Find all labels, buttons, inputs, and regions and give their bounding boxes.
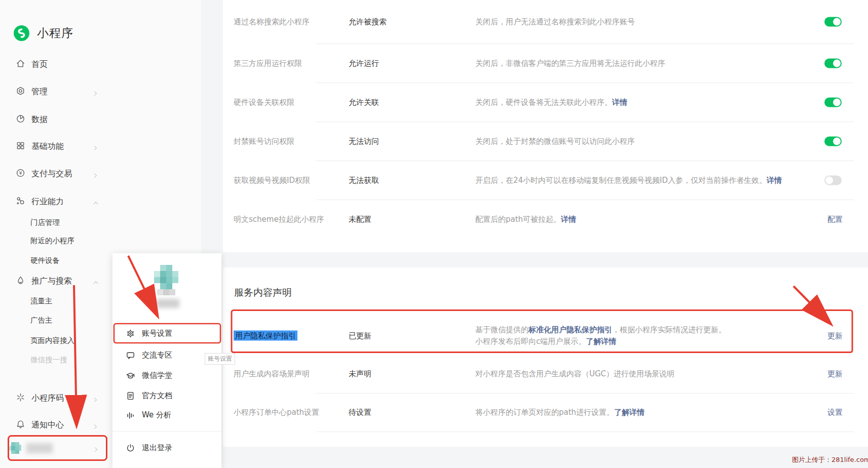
sidebar-subitem-page-content-access[interactable]: 页面内容接入 — [30, 335, 74, 346]
permissions-settings-card: 通过名称搜索此小程序 允许被搜索 关闭后，用户无法通过名称搜索到此小程序账号 第… — [223, 0, 868, 252]
service-declaration-card: 服务内容声明 用户隐私保护指引 已更新 基于微信提供的标准化用户隐私保护指引，根… — [223, 267, 868, 447]
sidebar-item-label: 管理 — [31, 87, 48, 97]
sidebar-item-promotion-search[interactable]: 推广与搜索 — [16, 275, 72, 288]
row-value: 无法获取 — [349, 175, 379, 185]
table-row: 硬件设备关联权限 允许关联 关闭后，硬件设备将无法关联此小程序。详情 — [223, 83, 868, 122]
row-value: 待设置 — [349, 408, 371, 417]
details-link[interactable]: 详情 — [612, 97, 627, 106]
details-link[interactable]: 详情 — [767, 175, 782, 184]
bell-icon — [16, 419, 25, 431]
sidebar-item-industry[interactable]: 行业能力 — [16, 195, 64, 208]
sidebar-item-home[interactable]: 首页 — [16, 58, 48, 71]
sidebar-subitem-hardware-devices[interactable]: 硬件设备 — [30, 255, 60, 266]
hardware-link-toggle[interactable] — [824, 97, 842, 107]
table-row: 第三方应用运行权限 允许运行 关闭后，非微信客户端的第三方应用将无法运行此小程序 — [223, 44, 868, 83]
section-title: 服务内容声明 — [234, 286, 292, 299]
sidebar-item-label: 小程序码 — [31, 393, 64, 404]
row-label: 第三方应用运行权限 — [234, 58, 302, 68]
row-description: 关闭后，用户无法通过名称搜索到此小程序账号 — [475, 17, 635, 27]
row-value: 未声明 — [349, 369, 371, 379]
chevron-right-icon — [93, 171, 98, 180]
thirdparty-run-toggle[interactable] — [824, 58, 842, 68]
sidebar-subitem-traffic-owner[interactable]: 流量主 — [30, 295, 53, 306]
app-logo[interactable]: 小程序 — [14, 25, 73, 41]
update-link[interactable]: 更新 — [827, 331, 843, 341]
chevron-right-icon — [93, 422, 98, 432]
nodes-icon — [16, 196, 25, 208]
row-label: 小程序订单中心path设置 — [234, 408, 319, 417]
sidebar-item-label: 基础功能 — [31, 141, 64, 152]
yen-circle-icon: ¥ — [16, 168, 25, 180]
chevron-up-icon — [93, 199, 99, 208]
video-id-toggle[interactable] — [824, 175, 842, 185]
account-name-blurred — [156, 299, 179, 308]
privacy-guideline-link[interactable]: 标准化用户隐私保护指引 — [529, 325, 612, 334]
row-label: 用户隐私保护指引 — [234, 331, 297, 341]
menu-item-label: We 分析 — [142, 410, 171, 420]
sidebar-item-data[interactable]: 数据 — [16, 113, 48, 126]
row-description: 配置后的path可被拉起。详情 — [475, 214, 576, 224]
wechat-miniprogram-console: 小程序 首页 管理 数据 基础功能 ¥ 支付与交易 行业能力 — [0, 0, 868, 468]
toggle-knob — [833, 137, 841, 145]
gear-icon — [126, 329, 135, 338]
menu-item-logout[interactable]: 退出登录 — [112, 438, 221, 458]
row-value: 允许关联 — [349, 97, 379, 107]
learn-more-link[interactable]: 了解详情 — [586, 337, 616, 346]
chat-bubble-icon — [126, 350, 135, 360]
avatar-large — [152, 265, 181, 296]
chevron-up-icon — [93, 278, 99, 288]
toggle-knob — [825, 176, 833, 184]
table-row: 封禁账号访问权限 无法访问 关闭后，处于封禁的微信账号可以访问此小程序 — [223, 122, 868, 161]
menu-item-wechat-academy[interactable]: 微信学堂 — [112, 365, 221, 385]
sidebar-subitem-nearby-miniprograms[interactable]: 附近的小程序 — [30, 235, 74, 246]
graduation-cap-icon — [126, 371, 135, 380]
row-label: 通过名称搜索此小程序 — [234, 17, 310, 27]
configure-link[interactable]: 配置 — [827, 214, 843, 224]
menu-item-account-settings[interactable]: 账号设置 — [112, 323, 221, 343]
table-row-privacy-guideline: 用户隐私保护指引 已更新 基于微信提供的标准化用户隐私保护指引，根据小程序实际情… — [223, 315, 868, 357]
details-link[interactable]: 详情 — [561, 214, 576, 223]
set-link[interactable]: 设置 — [827, 408, 843, 417]
pie-chart-icon — [16, 114, 25, 126]
sidebar-item-label: 推广与搜索 — [31, 276, 72, 287]
account-menu-trigger[interactable] — [8, 437, 106, 460]
flame-icon — [16, 276, 25, 287]
row-description: 将小程序的订单页对应的path进行设置。了解详情 — [475, 408, 645, 417]
row-value: 已更新 — [349, 331, 371, 341]
sidebar-item-label: 通知中心 — [31, 420, 64, 431]
sidebar-item-basic-features[interactable]: 基础功能 — [16, 140, 64, 153]
row-value: 无法访问 — [349, 136, 379, 146]
search-permission-toggle[interactable] — [824, 17, 842, 27]
banned-account-toggle[interactable] — [824, 136, 842, 146]
learn-more-link[interactable]: 了解详情 — [614, 408, 645, 417]
row-label: 硬件设备关联权限 — [234, 97, 294, 107]
bars-chart-icon — [126, 410, 135, 420]
sidebar-subitem-store-management[interactable]: 门店管理 — [30, 217, 60, 228]
home-icon — [16, 59, 25, 70]
sidebar-item-label: 行业能力 — [31, 197, 64, 207]
update-link[interactable]: 更新 — [827, 369, 843, 379]
row-label: 明文scheme拉起此小程序 — [234, 214, 324, 224]
toggle-knob — [833, 98, 841, 106]
sidebar-item-payment[interactable]: ¥ 支付与交易 — [16, 167, 72, 180]
row-label: 封禁账号访问权限 — [234, 136, 294, 146]
sidebar-item-notification-center[interactable]: 通知中心 — [16, 418, 64, 432]
document-icon — [126, 391, 135, 401]
table-row: 通过名称搜索此小程序 允许被搜索 关闭后，用户无法通过名称搜索到此小程序账号 — [223, 0, 868, 44]
table-row: 明文scheme拉起此小程序 未配置 配置后的path可被拉起。详情 配置 — [223, 200, 868, 239]
sidebar-subitem-wechat-search[interactable]: 微信搜一搜 — [30, 354, 67, 365]
sidebar-subitem-advertiser[interactable]: 广告主 — [30, 315, 53, 326]
chevron-right-icon — [93, 89, 98, 98]
sidebar-item-manage[interactable]: 管理 — [16, 85, 48, 98]
menu-item-official-docs[interactable]: 官方文档 — [112, 385, 221, 406]
app-title: 小程序 — [37, 25, 73, 41]
avatar — [8, 442, 24, 455]
sidebar-item-miniprogram-code[interactable]: 小程序码 — [16, 392, 64, 405]
row-description: 对小程序是否包含用户生成内容（UGC）进行使用场景说明 — [475, 369, 674, 379]
menu-item-we-analytics[interactable]: We 分析 — [112, 405, 221, 425]
selected-text: 用户隐私保护指引 — [234, 331, 297, 341]
row-description: 基于微信提供的标准化用户隐私保护指引，根据小程序实际情况进行更新。 小程序发布后… — [475, 324, 726, 347]
account-name-blurred — [26, 443, 53, 453]
menu-item-label: 退出登录 — [142, 443, 172, 453]
toggle-knob — [833, 59, 841, 67]
